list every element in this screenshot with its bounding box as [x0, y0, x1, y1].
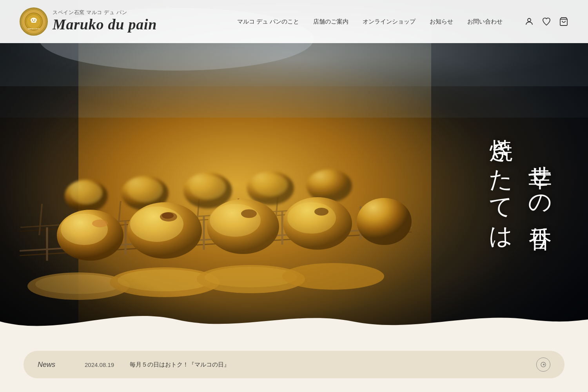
heart-icon[interactable] — [542, 17, 551, 26]
cart-icon[interactable] — [559, 17, 568, 26]
hero-tagline-line2: 幸せの香り — [524, 121, 557, 240]
nav-contact[interactable]: お問い合わせ — [467, 18, 503, 25]
nav-icons — [524, 17, 568, 26]
nav-shop[interactable]: オンラインショップ — [363, 18, 416, 25]
logo-circle: MARUKO DU PI — [20, 7, 48, 36]
svg-point-7 — [528, 18, 531, 22]
logo-svg: MARUKO DU PI — [24, 12, 43, 31]
news-section: News 2024.08.19 毎月５の日はおトク！『マルコの日』 — [0, 337, 588, 392]
svg-point-4 — [32, 20, 33, 20]
logo-link[interactable]: MARUKO DU PI スペイン石窯 マルコ デュ パン Maruko du … — [20, 7, 157, 36]
main-nav: マルコ デュ パンのこと 店舗のご案内 オンラインショップ お知らせ お問い合わ… — [237, 17, 568, 26]
nav-stores[interactable]: 店舗のご案内 — [313, 18, 348, 25]
news-arrow-button[interactable] — [536, 358, 550, 372]
user-icon[interactable] — [524, 17, 534, 26]
hero-text: 焼きたては 幸せの香り — [485, 121, 557, 240]
svg-text:MARUKO DU PI: MARUKO DU PI — [28, 28, 40, 30]
site-header: MARUKO DU PI スペイン石窯 マルコ デュ パン Maruko du … — [0, 0, 588, 43]
logo-text: スペイン石窯 マルコ デュ パン Maruko du pain — [53, 9, 157, 33]
logo-subtitle: スペイン石窯 マルコ デュ パン — [53, 9, 157, 16]
hero-tagline-line1: 焼きたては — [485, 121, 517, 240]
news-date: 2024.08.19 — [85, 361, 114, 368]
logo-main: Maruko du pain — [53, 16, 157, 34]
news-label: News — [38, 361, 69, 369]
logo-circle-inner: MARUKO DU PI — [21, 9, 46, 34]
nav-about[interactable]: マルコ デュ パンのこと — [237, 18, 299, 25]
svg-point-5 — [34, 20, 35, 20]
hero-wave — [0, 306, 588, 337]
news-title: 毎月５の日はおトク！『マルコの日』 — [130, 361, 521, 368]
news-bar: News 2024.08.19 毎月５の日はおトク！『マルコの日』 — [24, 351, 564, 378]
nav-news[interactable]: お知らせ — [430, 18, 453, 25]
hero-section: 焼きたては 幸せの香り — [0, 0, 588, 337]
